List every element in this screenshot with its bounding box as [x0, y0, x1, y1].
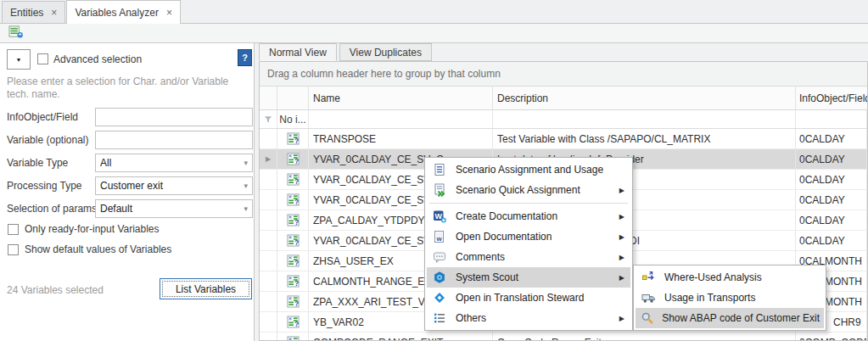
column-header-indicator[interactable]	[260, 87, 277, 109]
submenu-arrow-icon: ▶	[619, 213, 626, 221]
submenu-arrow-icon: ▶	[619, 187, 626, 194]
menu-item-open-in-translation-steward[interactable]: Open in Translation Steward	[427, 288, 630, 308]
menu-item-label: Comments	[456, 251, 505, 263]
show-default-values-of-variables-checkbox[interactable]	[8, 244, 19, 255]
variable-type-value: All	[100, 157, 111, 169]
filter-cell-description[interactable]	[493, 110, 796, 128]
infoobject-field-input[interactable]	[95, 108, 253, 126]
variable-question-icon: ?	[277, 129, 309, 148]
cell-infoobject[interactable]: 0CALDAY	[796, 190, 867, 210]
menu-item-label: Others	[456, 312, 486, 324]
svg-text:?: ?	[294, 177, 298, 186]
filter-cell-name[interactable]	[309, 110, 493, 128]
submenu-arrow-icon: ▶	[619, 274, 626, 282]
close-icon[interactable]: ×	[51, 8, 57, 18]
tab-variables-analyzer[interactable]: Variables Analyzer×	[66, 0, 181, 24]
table-row[interactable]: ?COMPCODE_RANGE_EXITCompCode Range Exit0…	[260, 333, 867, 341]
filter-cell-icon[interactable]: No i...	[277, 110, 309, 128]
variable-question-icon: ?	[277, 190, 309, 210]
menu-item-usage-in-transports[interactable]: Usage in Transports	[636, 288, 824, 308]
group-by-bar[interactable]: Drag a column header here to group by th…	[260, 62, 867, 87]
column-header-description[interactable]: Description	[493, 87, 796, 109]
row-indicator	[260, 271, 277, 291]
column-header-infoobject-field[interactable]: InfoObject/Field	[796, 87, 868, 109]
svg-text:?: ?	[294, 198, 298, 206]
selection-of-params-value: Default	[100, 203, 132, 215]
menu-item-scenario-assignment-and-usage[interactable]: Scenario Assignment and Usage	[427, 159, 630, 180]
svg-text:?: ?	[294, 238, 298, 247]
cell-infoobject[interactable]: 0CALDAY	[796, 149, 867, 169]
menu-item-label: Where-Used Analysis	[664, 271, 762, 283]
field-row-selection-of-params: Selection of params.Default▾	[7, 199, 253, 220]
comments-icon	[431, 250, 448, 264]
variable-type-select[interactable]: All▾	[95, 154, 253, 172]
tab-entities[interactable]: Entities×	[2, 1, 65, 23]
infoobject-field-label: InfoObject/Field	[7, 111, 78, 123]
list-variables-button[interactable]: List Variables	[160, 278, 252, 299]
chevron-down-icon: ▼	[16, 57, 22, 63]
submenu-arrow-icon: ▶	[619, 233, 626, 241]
selection-of-params-label: Selection of params.	[7, 203, 99, 215]
cell-infoobject[interactable]: 0CALDAY	[796, 210, 867, 230]
status-text: 24 Variables selected	[7, 284, 104, 296]
svg-text:?: ?	[294, 279, 298, 288]
only-ready-for-input-variables-checkbox[interactable]	[8, 224, 19, 235]
cell-name[interactable]: TRANSPOSE	[309, 129, 493, 148]
advanced-selection-checkbox[interactable]	[37, 53, 48, 64]
filter-icon	[263, 115, 273, 125]
column-header-icon[interactable]	[277, 87, 309, 109]
column-header-name[interactable]: Name	[309, 87, 493, 109]
cell-infoobject[interactable]: 0COMP_CODE	[796, 333, 867, 341]
cell-infoobject[interactable]: 0CALDAY	[796, 129, 867, 148]
view-tab-view-duplicates[interactable]: View Duplicates	[339, 43, 432, 61]
table-header: NameDescriptionInfoObject/Field	[260, 87, 867, 110]
field-row-variable-optional: Variable (optional)	[7, 131, 253, 151]
selection-panel: ▼ Advanced selection ? Please enter a se…	[0, 43, 255, 341]
menu-item-show-abap-code-of-customer-exit[interactable]: Show ABAP code of Customer Exit	[636, 308, 824, 328]
menu-item-create-documentation[interactable]: WCreate Documentation▶	[427, 206, 630, 226]
menu-item-comments[interactable]: Comments▶	[427, 247, 630, 267]
svg-text:?: ?	[294, 218, 298, 226]
cell-description[interactable]: CompCode Range Exit	[493, 333, 796, 341]
variable-question-icon: ?	[277, 170, 309, 189]
context-menu: Scenario Assignment and UsageScenario Qu…	[424, 157, 633, 331]
processing-type-select[interactable]: Customer exit▾	[95, 176, 253, 195]
filter-button[interactable]	[260, 110, 277, 128]
scenario-assignment-icon	[431, 163, 448, 176]
row-indicator	[260, 210, 277, 230]
menu-item-scenario-quick-assignment[interactable]: Scenario Quick Assignment▶	[427, 180, 630, 200]
toolbar	[0, 24, 868, 43]
checkbox-row-only-ready-for-input-variables: Only ready-for-input Variables	[8, 222, 160, 236]
row-indicator	[260, 190, 277, 210]
row-indicator: ▶	[260, 149, 277, 169]
processing-type-label: Processing Type	[7, 180, 82, 192]
menu-item-open-documentation[interactable]: wOpen Documentation▶	[427, 226, 630, 247]
advanced-selection-label: Advanced selection	[53, 53, 142, 65]
others-icon	[431, 311, 448, 325]
variable-question-icon: ?	[277, 333, 309, 341]
cell-name[interactable]: COMPCODE_RANGE_EXIT	[309, 333, 493, 341]
menu-item-where-used-analysis[interactable]: Where-Used Analysis	[636, 267, 824, 288]
variable-question-icon: ?	[277, 292, 309, 311]
close-icon[interactable]: ×	[166, 8, 172, 18]
selection-menu-button[interactable]: ▼	[7, 49, 31, 70]
help-button[interactable]: ?	[238, 49, 252, 66]
menu-item-others[interactable]: Others▶	[427, 308, 630, 328]
cell-infoobject[interactable]: 0CALDAY	[796, 231, 867, 250]
view-tab-normal-view[interactable]: Normal View	[259, 43, 337, 61]
selection-of-params-select[interactable]: Default▾	[95, 199, 253, 218]
variable-optional-input[interactable]	[95, 131, 253, 149]
row-indicator	[260, 231, 277, 250]
cell-infoobject[interactable]: 0CALDAY	[796, 170, 867, 189]
field-row-infoobject-field: InfoObject/Field	[7, 108, 253, 128]
svg-text:?: ?	[294, 137, 298, 145]
svg-text:?: ?	[294, 320, 298, 328]
row-indicator	[260, 292, 277, 311]
excel-export-icon[interactable]	[8, 25, 24, 41]
chevron-down-icon: ▾	[244, 159, 248, 167]
view-tab-bar: Normal ViewView Duplicates	[259, 43, 868, 61]
menu-item-system-scout[interactable]: System Scout▶	[427, 267, 630, 288]
table-row[interactable]: ?TRANSPOSETest Variable with Class /SAPA…	[260, 129, 867, 149]
filter-cell-infoobject[interactable]	[796, 110, 867, 128]
cell-description[interactable]: Test Variable with Class /SAPAPO/CL_MATR…	[493, 129, 796, 148]
